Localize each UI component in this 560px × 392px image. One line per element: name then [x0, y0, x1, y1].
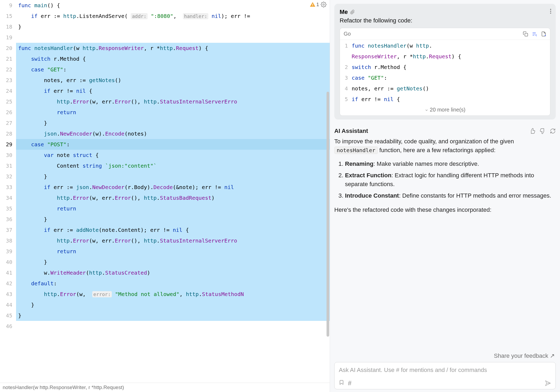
- assistant-message: AI Assistant To improve the readability,…: [334, 126, 556, 350]
- new-file-icon[interactable]: [541, 31, 546, 37]
- code-line[interactable]: default:: [16, 278, 330, 289]
- chat-input[interactable]: Ask AI Assistant. Use # for mentions and…: [334, 362, 556, 389]
- bookmark-icon[interactable]: [339, 379, 344, 387]
- user-message-bubble: Me Refactor the following code: Go 1func…: [334, 4, 556, 120]
- code-line[interactable]: case "GET":: [16, 64, 330, 75]
- code-line[interactable]: [16, 32, 330, 43]
- code-line[interactable]: }: [16, 118, 330, 128]
- list-item: Introduce Constant: Define constants for…: [345, 191, 556, 200]
- svg-point-5: [550, 13, 551, 14]
- code-line[interactable]: switch r.Method {: [16, 53, 330, 64]
- assistant-pane: Me Refactor the following code: Go 1func…: [330, 0, 560, 392]
- send-icon[interactable]: [545, 380, 551, 386]
- svg-point-4: [550, 11, 551, 12]
- code-line[interactable]: return: [16, 203, 330, 214]
- assistant-outro: Here's the refactored code with these ch…: [334, 205, 556, 214]
- code-line[interactable]: }: [16, 257, 330, 267]
- code-content[interactable]: func main() { if err := http.ListenAndSe…: [16, 0, 330, 383]
- status-text: notesHandler(w http.ResponseWriter, r *h…: [3, 385, 124, 390]
- svg-point-3: [550, 9, 551, 10]
- svg-rect-1: [312, 6, 313, 6]
- code-line[interactable]: if err := http.ListenAndServe( addr: ":8…: [16, 11, 330, 21]
- code-line[interactable]: func main() {: [16, 0, 330, 11]
- code-line[interactable]: http.Error(w, err.Error(), http.StatusIn…: [16, 235, 330, 246]
- code-line[interactable]: case "POST":: [16, 139, 330, 150]
- assistant-text: To improve the readability, code quality…: [334, 137, 556, 155]
- svg-rect-0: [312, 4, 313, 5]
- code-line[interactable]: }: [16, 171, 330, 182]
- code-line[interactable]: }: [16, 21, 330, 32]
- code-line[interactable]: http.Error(w, error: "Method not allowed…: [16, 289, 330, 299]
- gutter: 9151819202122232425262728293031323334353…: [0, 0, 16, 383]
- warning-count: 1: [316, 2, 319, 7]
- user-name: Me: [340, 9, 348, 16]
- list-item: Renaming: Make variable names more descr…: [345, 159, 556, 168]
- code-line[interactable]: http.Error(w, err.Error(), http.StatusIn…: [16, 96, 330, 107]
- code-line[interactable]: Content string `json:"content"`: [16, 160, 330, 171]
- refactoring-list: Renaming: Make variable names more descr…: [345, 159, 556, 200]
- code-line[interactable]: return: [16, 246, 330, 257]
- code-line[interactable]: var note struct {: [16, 150, 330, 160]
- attached-code-block: Go 1func notesHandler(w http.ResponseWri…: [340, 28, 550, 116]
- assistant-title: AI Assistant: [334, 126, 368, 135]
- attachment-icon[interactable]: [350, 10, 355, 14]
- code-line[interactable]: return: [16, 107, 330, 118]
- scrollbar[interactable]: [326, 0, 329, 383]
- insert-icon[interactable]: [532, 31, 537, 37]
- code-line[interactable]: json.NewEncoder(w).Encode(notes): [16, 128, 330, 139]
- svg-rect-6: [525, 33, 528, 36]
- kebab-menu-icon[interactable]: [550, 9, 551, 14]
- code-area[interactable]: 1 91518192021222324252627282930313233343…: [0, 0, 330, 383]
- status-bar: notesHandler(w http.ResponseWriter, r *h…: [0, 383, 330, 392]
- code-line[interactable]: }: [16, 214, 330, 225]
- hash-icon[interactable]: #: [348, 379, 351, 387]
- code-line[interactable]: [16, 321, 330, 332]
- code-line[interactable]: }: [16, 310, 330, 321]
- copy-icon[interactable]: [523, 31, 528, 37]
- code-line[interactable]: if err := addNote(note.Content); err != …: [16, 225, 330, 235]
- feedback-link[interactable]: Share your feedback ↗: [334, 350, 556, 362]
- thumbs-down-icon[interactable]: [540, 128, 546, 134]
- chat-input-placeholder: Ask AI Assistant. Use # for mentions and…: [339, 367, 551, 374]
- code-line[interactable]: }: [16, 299, 330, 310]
- code-line[interactable]: if err := json.NewDecoder(r.Body).Decode…: [16, 182, 330, 193]
- scrollbar-thumb[interactable]: [327, 92, 329, 337]
- user-prompt: Refactor the following code:: [340, 17, 550, 24]
- code-line[interactable]: w.WriteHeader(http.StatusCreated): [16, 267, 330, 278]
- code-line[interactable]: func notesHandler(w http.ResponseWriter,…: [16, 43, 330, 53]
- code-line[interactable]: if err != nil {: [16, 86, 330, 96]
- code-lang-label: Go: [344, 31, 351, 37]
- editor-pane: 1 91518192021222324252627282930313233343…: [0, 0, 330, 392]
- expand-code-button[interactable]: 20 more line(s): [340, 105, 550, 116]
- regenerate-icon[interactable]: [550, 128, 556, 134]
- attached-code-content: 1func notesHandler(w http.ResponseWriter…: [340, 40, 550, 105]
- thumbs-up-icon[interactable]: [530, 128, 535, 134]
- gear-icon[interactable]: [321, 2, 327, 7]
- list-item: Extract Function: Extract logic for hand…: [345, 171, 556, 189]
- code-line[interactable]: notes, err := getNotes(): [16, 75, 330, 86]
- svg-point-2: [323, 4, 324, 5]
- warning-badge[interactable]: 1: [310, 2, 319, 7]
- code-line[interactable]: http.Error(w, err.Error(), http.StatusBa…: [16, 193, 330, 203]
